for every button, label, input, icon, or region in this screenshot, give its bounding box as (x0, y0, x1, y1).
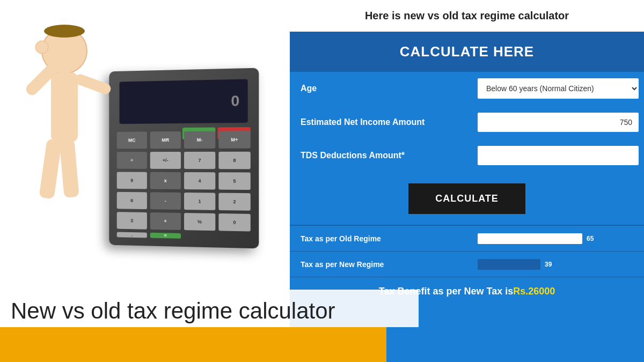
stick-figure-svg (5, 21, 140, 263)
calc-btn-8: 8 (218, 152, 250, 169)
calc-btn-minus: - (150, 192, 181, 210)
old-tax-bar-container: 65 (472, 229, 644, 248)
new-tax-bar (478, 259, 540, 270)
age-row: Age Below 60 years (Normal Citizen) (290, 72, 644, 106)
page-title: Here is new vs old tax regime calculator (290, 0, 644, 32)
new-tax-value: 39 (545, 261, 552, 268)
overlay-title: New vs old tax regime calculator (0, 290, 419, 327)
calc-btn-2: 2 (218, 193, 250, 211)
overlay-section: New vs old tax regime calculator (0, 290, 419, 362)
calc-btn-plus: + (150, 212, 181, 230)
svg-point-1 (44, 25, 85, 38)
calc-btn-7: 7 (184, 152, 215, 169)
benefit-value: Rs.26000 (513, 286, 555, 297)
tds-row: TDS Deductions Amount* (290, 139, 644, 173)
calculate-btn-row: CALCULATE (290, 173, 644, 226)
calc-display: 0 (231, 92, 239, 110)
new-tax-label: Tax as per New Regime (290, 255, 472, 274)
calc-btn-mplus: M+ (218, 131, 250, 149)
calc-btn-4: 4 (184, 172, 215, 190)
calc-btn-plusminus: +/- (150, 152, 181, 169)
tds-input-area (472, 139, 644, 172)
income-input[interactable] (478, 113, 639, 132)
calculator-header: CALCULATE HERE (290, 32, 644, 72)
calc-btn-1: 1 (184, 193, 215, 210)
gold-bar (0, 327, 386, 362)
calc-btn-mr: MR (150, 131, 181, 149)
age-input-area: Below 60 years (Normal Citizen) (472, 72, 644, 105)
income-input-area (472, 106, 644, 138)
old-tax-label: Tax as per Old Regime (290, 229, 472, 248)
calc-btn-pct: % (184, 213, 215, 231)
tds-input[interactable] (478, 146, 639, 165)
calc-btn-0: 0 (218, 213, 250, 231)
svg-rect-2 (51, 72, 78, 142)
calc-btn-mminus: M- (184, 131, 215, 149)
svg-rect-4 (74, 73, 113, 96)
income-label: Estimated Net Income Amount (290, 106, 472, 138)
old-tax-value: 65 (587, 235, 594, 242)
age-select[interactable]: Below 60 years (Normal Citizen) (478, 78, 639, 99)
calc-btn-eq: = (150, 233, 181, 239)
calc-btn-x: x (150, 172, 181, 189)
age-label: Age (290, 72, 472, 105)
old-tax-row: Tax as per Old Regime 65 (290, 226, 644, 252)
svg-point-7 (35, 41, 48, 54)
calculate-button[interactable]: CALCULATE (408, 183, 525, 214)
old-tax-bar (478, 233, 582, 244)
income-row: Estimated Net Income Amount (290, 106, 644, 139)
new-tax-bar-container: 39 (472, 255, 644, 274)
calc-btn-5: 5 (218, 172, 250, 190)
new-tax-row: Tax as per New Regime 39 (290, 252, 644, 277)
tds-label: TDS Deductions Amount* (290, 139, 472, 172)
svg-rect-5 (39, 139, 62, 200)
svg-rect-6 (59, 139, 79, 198)
